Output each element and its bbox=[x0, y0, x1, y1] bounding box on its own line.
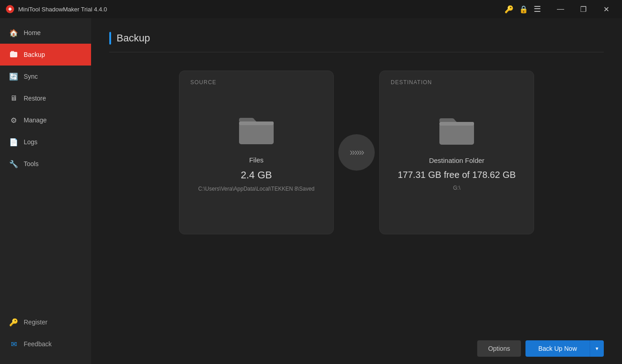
sidebar-item-sync[interactable]: 🔄 Sync bbox=[0, 66, 91, 87]
backup-now-group: Back Up Now ▾ bbox=[525, 340, 604, 357]
sidebar-label-sync: Sync bbox=[24, 73, 38, 80]
page-title: Backup bbox=[117, 32, 150, 44]
sidebar-label-tools: Tools bbox=[24, 160, 39, 167]
content-area: Backup SOURCE bbox=[91, 18, 622, 333]
sidebar-item-restore[interactable]: 🖥 Restore bbox=[0, 87, 91, 109]
home-icon: 🏠 bbox=[9, 28, 18, 37]
close-button[interactable]: ✕ bbox=[596, 0, 617, 18]
app-title: MiniTool ShadowMaker Trial 4.4.0 bbox=[18, 6, 107, 13]
source-label: SOURCE bbox=[190, 79, 216, 86]
destination-type: Destination Folder bbox=[429, 157, 484, 164]
sidebar-label-backup: Backup bbox=[24, 51, 45, 58]
minimize-button[interactable]: — bbox=[550, 0, 571, 18]
destination-card[interactable]: DESTINATION Destinatio bbox=[379, 71, 534, 234]
menu-icon[interactable]: ☰ bbox=[534, 4, 541, 14]
sidebar-item-feedback[interactable]: ✉ Feedback bbox=[0, 333, 91, 355]
sidebar-label-register: Register bbox=[24, 318, 47, 326]
backup-now-dropdown-button[interactable]: ▾ bbox=[590, 340, 604, 357]
destination-label: DESTINATION bbox=[391, 79, 432, 86]
titlebar-left: MiniTool ShadowMaker Trial 4.4.0 bbox=[5, 5, 107, 14]
backup-now-button[interactable]: Back Up Now bbox=[525, 340, 590, 357]
sidebar: 🏠 Home Backup 🔄 Sync 🖥 Restore bbox=[0, 18, 91, 364]
backup-icon bbox=[9, 50, 18, 59]
window-controls: — ❐ ✕ bbox=[550, 0, 617, 18]
svg-rect-1 bbox=[10, 52, 17, 57]
manage-icon: ⚙ bbox=[9, 116, 18, 125]
sidebar-nav: 🏠 Home Backup 🔄 Sync 🖥 Restore bbox=[0, 18, 91, 311]
source-folder-icon bbox=[238, 113, 275, 147]
app-body: 🏠 Home Backup 🔄 Sync 🖥 Restore bbox=[0, 18, 622, 364]
sidebar-item-tools[interactable]: 🔧 Tools bbox=[0, 153, 91, 175]
feedback-icon: ✉ bbox=[9, 339, 18, 349]
sidebar-item-logs[interactable]: 📄 Logs bbox=[0, 131, 91, 153]
sidebar-item-backup[interactable]: Backup bbox=[0, 44, 91, 66]
main-panel: Backup SOURCE bbox=[91, 18, 622, 364]
titlebar-action-icons: 🔑 🔒 ☰ bbox=[505, 4, 541, 14]
page-title-bar: Backup bbox=[109, 32, 604, 52]
source-size: 2.4 GB bbox=[241, 169, 272, 181]
source-path: C:\Users\Vera\AppData\Local\TEKKEN 8\Sav… bbox=[198, 186, 314, 192]
backup-cards-area: SOURCE Files bbox=[109, 66, 604, 239]
lock-icon[interactable]: 🔒 bbox=[519, 5, 528, 14]
destination-free: 177.31 GB free of 178.62 GB bbox=[398, 170, 515, 180]
sync-icon: 🔄 bbox=[9, 72, 18, 81]
key-icon[interactable]: 🔑 bbox=[505, 5, 514, 14]
svg-rect-4 bbox=[239, 123, 274, 144]
svg-rect-7 bbox=[439, 124, 474, 145]
sidebar-label-manage: Manage bbox=[24, 116, 47, 124]
app-logo-icon bbox=[5, 5, 15, 14]
svg-rect-5 bbox=[239, 121, 274, 125]
sidebar-item-home[interactable]: 🏠 Home bbox=[0, 22, 91, 44]
sidebar-label-logs: Logs bbox=[24, 138, 37, 146]
register-icon: 🔑 bbox=[9, 318, 18, 327]
arrow-icon: »»» bbox=[350, 147, 364, 158]
sidebar-item-manage[interactable]: ⚙ Manage bbox=[0, 109, 91, 131]
source-type: Files bbox=[249, 156, 264, 164]
logs-icon: 📄 bbox=[9, 137, 18, 147]
svg-rect-2 bbox=[11, 51, 14, 52]
destination-path: G:\ bbox=[453, 185, 460, 191]
titlebar: MiniTool ShadowMaker Trial 4.4.0 🔑 🔒 ☰ —… bbox=[0, 0, 622, 18]
sidebar-bottom: 🔑 Register ✉ Feedback bbox=[0, 311, 91, 364]
arrow-connector: »»» bbox=[338, 134, 375, 171]
sidebar-label-feedback: Feedback bbox=[24, 340, 51, 348]
source-card[interactable]: SOURCE Files bbox=[179, 71, 334, 234]
sidebar-label-home: Home bbox=[24, 29, 41, 36]
sidebar-item-register[interactable]: 🔑 Register bbox=[0, 311, 91, 333]
svg-rect-8 bbox=[439, 122, 474, 126]
destination-folder-icon bbox=[438, 114, 475, 147]
page-title-accent bbox=[109, 32, 111, 45]
options-button[interactable]: Options bbox=[477, 340, 521, 357]
restore-button[interactable]: ❐ bbox=[573, 0, 594, 18]
restore-icon: 🖥 bbox=[9, 94, 18, 103]
tools-icon: 🔧 bbox=[9, 159, 18, 168]
bottom-bar: Options Back Up Now ▾ bbox=[91, 333, 622, 364]
sidebar-label-restore: Restore bbox=[24, 95, 46, 102]
